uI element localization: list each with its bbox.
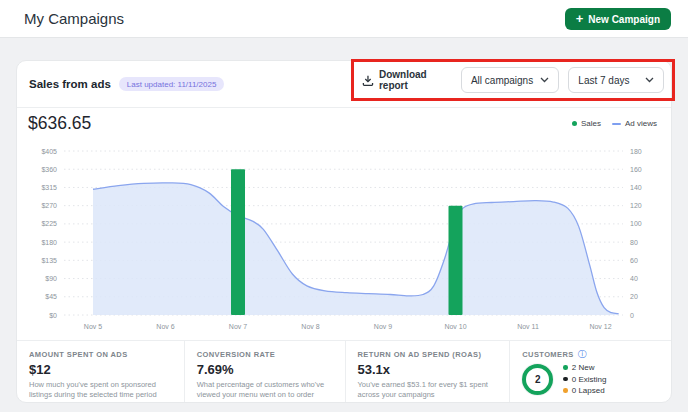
stat-roas: RETURN ON AD SPEND (ROAS) 53.1x You've e… <box>345 341 510 402</box>
stat-value: 53.1x <box>358 362 500 377</box>
svg-text:$0: $0 <box>49 312 57 319</box>
card-title: Sales from ads <box>29 78 111 90</box>
legend-item: Ad views <box>612 119 657 128</box>
stat-value: 7.69% <box>197 362 335 377</box>
legend-line-icon <box>612 123 621 125</box>
svg-text:Nov 9: Nov 9 <box>374 323 392 330</box>
svg-text:$180: $180 <box>41 239 57 246</box>
stat-label: RETURN ON AD SPEND (ROAS) <box>358 350 500 359</box>
svg-text:Nov 8: Nov 8 <box>301 323 319 330</box>
customers-legend-item: 0 Existing <box>563 375 606 384</box>
svg-text:0: 0 <box>630 312 634 319</box>
svg-text:Nov 5: Nov 5 <box>84 323 102 330</box>
svg-text:Nov 11: Nov 11 <box>517 323 539 330</box>
stat-description: You've earned $53.1 for every $1 spent a… <box>358 380 500 400</box>
chevron-down-icon <box>540 77 549 83</box>
stat-label: CONVERSION RATE <box>197 350 335 359</box>
new-campaign-label: New Campaign <box>588 14 660 25</box>
svg-text:$405: $405 <box>41 148 57 155</box>
svg-text:$135: $135 <box>41 257 57 264</box>
sales-chart-area: $405180$360160$315140$270120$225100$1808… <box>17 141 673 341</box>
total-sales-value: $636.65 <box>28 113 91 134</box>
legend-dot-icon <box>563 388 568 393</box>
svg-text:Nov 7: Nov 7 <box>229 323 247 330</box>
svg-text:60: 60 <box>630 257 638 264</box>
svg-text:40: 40 <box>630 275 638 282</box>
svg-text:Nov 10: Nov 10 <box>444 323 466 330</box>
svg-text:120: 120 <box>630 202 642 209</box>
svg-text:$315: $315 <box>41 184 57 191</box>
customers-count: 2 <box>535 374 541 385</box>
stat-description: What percentage of customers who've view… <box>197 380 335 400</box>
top-bar: My Campaigns + New Campaign <box>0 0 688 38</box>
chevron-down-icon <box>645 77 654 83</box>
customers-donut: 2 <box>522 364 553 395</box>
last-updated-badge: Last updated: 11/11/2025 <box>119 77 225 91</box>
page-title: My Campaigns <box>24 10 124 27</box>
download-icon <box>362 74 374 87</box>
svg-text:$225: $225 <box>41 220 57 227</box>
info-icon[interactable]: ⓘ <box>578 350 587 359</box>
svg-text:$45: $45 <box>45 293 57 300</box>
customers-legend-item: 2 New <box>563 363 606 372</box>
campaign-filter-select[interactable]: All campaigns <box>461 67 559 93</box>
date-range-select[interactable]: Last 7 days <box>568 67 664 93</box>
stat-conversion-rate: CONVERSION RATE 7.69% What percentage of… <box>184 341 345 402</box>
legend-dot-icon <box>572 121 577 126</box>
svg-text:140: 140 <box>630 184 642 191</box>
stat-description: How much you've spent on sponsored listi… <box>29 380 174 400</box>
stat-label: AMOUNT SPENT ON ADS <box>29 350 174 359</box>
download-report-label: Download report <box>379 69 452 91</box>
stat-amount-spent: AMOUNT SPENT ON ADS $12 How much you've … <box>17 341 184 402</box>
svg-text:20: 20 <box>630 293 638 300</box>
stat-value: $12 <box>29 362 174 377</box>
campaign-filter-value: All campaigns <box>471 75 533 86</box>
svg-text:100: 100 <box>630 220 642 227</box>
svg-text:$90: $90 <box>45 275 57 282</box>
report-controls-highlight-box: Download report All campaigns Last 7 day… <box>351 59 675 101</box>
svg-text:Nov 12: Nov 12 <box>589 323 611 330</box>
customers-legend-item: 0 Lapsed <box>563 386 606 395</box>
legend-dot-icon <box>563 365 568 370</box>
legend-dot-icon <box>563 377 568 382</box>
svg-text:$360: $360 <box>41 166 57 173</box>
stats-row: AMOUNT SPENT ON ADS $12 How much you've … <box>17 340 671 402</box>
date-range-value: Last 7 days <box>578 75 629 86</box>
svg-text:180: 180 <box>630 148 642 155</box>
svg-text:80: 80 <box>630 239 638 246</box>
svg-text:160: 160 <box>630 166 642 173</box>
sales-from-ads-card: Sales from ads Last updated: 11/11/2025 … <box>16 60 672 403</box>
new-campaign-button[interactable]: + New Campaign <box>565 8 671 30</box>
download-report-button[interactable]: Download report <box>362 69 452 91</box>
stat-label: CUSTOMERS <box>522 350 573 359</box>
stat-customers: CUSTOMERS ⓘ 2 2 New0 Existing0 Lapsed <box>509 341 671 402</box>
chart-legend: SalesAd views <box>572 119 657 128</box>
customers-legend: 2 New0 Existing0 Lapsed <box>563 363 606 395</box>
legend-item: Sales <box>572 119 601 128</box>
plus-icon: + <box>576 12 584 25</box>
sales-ad-views-chart: $405180$360160$315140$270120$225100$1808… <box>17 141 673 341</box>
svg-text:$270: $270 <box>41 202 57 209</box>
svg-text:Nov 6: Nov 6 <box>156 323 174 330</box>
